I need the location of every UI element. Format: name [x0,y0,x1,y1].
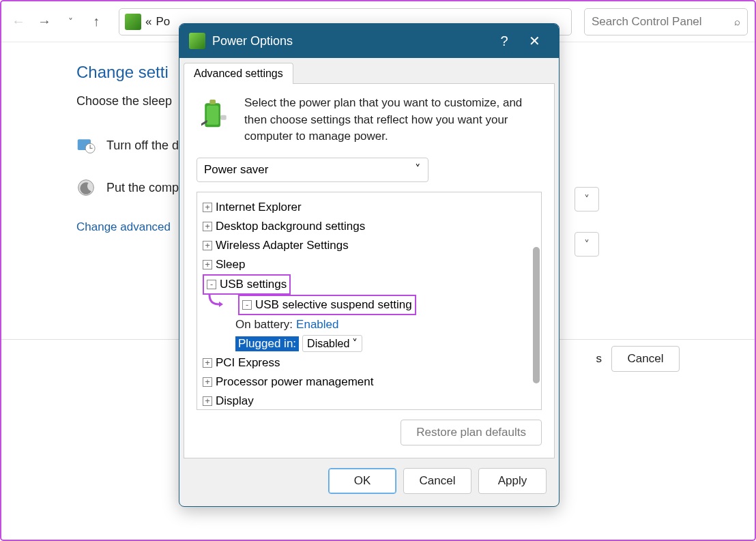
on-battery-label: On battery: [235,318,293,332]
restore-defaults-button[interactable]: Restore plan defaults [401,420,542,445]
power-options-dialog: Power Options ? ✕ Advanced settings Sele… [179,23,559,507]
display-timeout-icon [76,136,96,155]
apply-button[interactable]: Apply [478,468,547,494]
power-plan-value: Power saver [204,163,268,177]
plugged-in-label: Plugged in: [235,336,299,351]
expander-icon[interactable]: + [203,222,212,231]
svg-rect-5 [207,106,219,125]
tree-item-usb-settings[interactable]: - USB settings [200,274,291,295]
expander-icon[interactable]: - [207,280,216,289]
expander-icon[interactable]: + [203,358,212,368]
expander-icon[interactable]: + [203,377,212,387]
on-battery-value[interactable]: Enabled [296,318,338,332]
svg-rect-4 [209,100,216,104]
partial-text: s [596,352,602,366]
setting-row-label: Put the comp [106,181,179,195]
power-plan-select[interactable]: Power saver ˅ [197,158,428,182]
sleep-icon [76,178,96,197]
tree-item-label: Desktop background settings [216,220,365,233]
plugged-in-value: Disabled [307,338,349,350]
display-dropdown[interactable]: ˅ [575,187,599,211]
tree-item-label: PCI Express [216,356,280,370]
expander-icon[interactable]: + [203,396,212,406]
close-button[interactable]: ✕ [519,26,549,56]
chevron-down-icon: ˅ [415,162,421,177]
annotation-arrow-icon [205,293,224,312]
tree-item-label: USB selective suspend setting [255,298,412,312]
battery-power-icon [197,95,235,133]
tree-item-processor-power[interactable]: + Processor power management [200,372,538,392]
tree-item-pci-express[interactable]: + PCI Express [200,353,538,372]
breadcrumb-label: Po [156,15,170,29]
nav-forward-icon[interactable]: → [34,12,55,32]
tree-item-sleep[interactable]: + Sleep [200,255,538,274]
settings-tree[interactable]: + Internet Explorer + Desktop background… [197,192,542,410]
setting-row-label: Turn off the d [106,138,179,153]
plugged-in-dropdown[interactable]: Disabled ˅ [302,335,362,352]
expander-icon[interactable]: + [203,241,212,250]
tree-item-wireless-adapter[interactable]: + Wireless Adapter Settings [200,236,538,255]
expander-icon[interactable]: - [242,300,252,310]
tree-item-label: Display [216,394,254,408]
search-input[interactable]: Search Control Panel ⌕ [584,8,748,35]
breadcrumb-prefix: « [145,15,151,29]
nav-up-icon[interactable]: ↑ [86,12,106,32]
tree-item-internet-explorer[interactable]: + Internet Explorer [200,198,538,217]
nav-recent-icon[interactable]: ˅ [60,12,81,32]
cancel-button[interactable]: Cancel [611,346,680,372]
dialog-icon [189,33,205,49]
expander-icon[interactable]: + [203,260,212,269]
power-icon [125,14,141,30]
tree-item-label: Wireless Adapter Settings [216,239,349,252]
tree-item-usb-selective-suspend[interactable]: - USB selective suspend setting [219,295,416,315]
tree-item-label: Internet Explorer [216,201,302,214]
tab-advanced-settings[interactable]: Advanced settings [184,63,293,84]
tree-item-label: Sleep [216,258,245,272]
sleep-dropdown[interactable]: ˅ [575,232,599,257]
tree-value-plugged-in[interactable]: Plugged in: Disabled ˅ [200,334,538,353]
nav-back-icon: ← [8,12,29,32]
tree-item-label: Processor power management [216,375,374,389]
scrollbar-thumb[interactable] [533,247,540,383]
tree-item-label: USB settings [220,278,287,291]
tree-item-desktop-background[interactable]: + Desktop background settings [200,217,538,236]
ok-button[interactable]: OK [328,468,396,494]
chevron-down-icon: ˅ [352,337,358,350]
dialog-intro-text: Select the power plan that you want to c… [244,95,542,145]
search-placeholder: Search Control Panel [592,15,702,29]
tree-item-display[interactable]: + Display [200,392,538,410]
tree-value-on-battery[interactable]: On battery: Enabled [200,315,538,334]
svg-rect-6 [220,115,227,120]
cancel-button[interactable]: Cancel [403,468,471,494]
help-button[interactable]: ? [489,26,519,56]
expander-icon[interactable]: + [203,203,212,212]
dialog-title: Power Options [212,34,489,48]
search-icon: ⌕ [734,16,740,27]
